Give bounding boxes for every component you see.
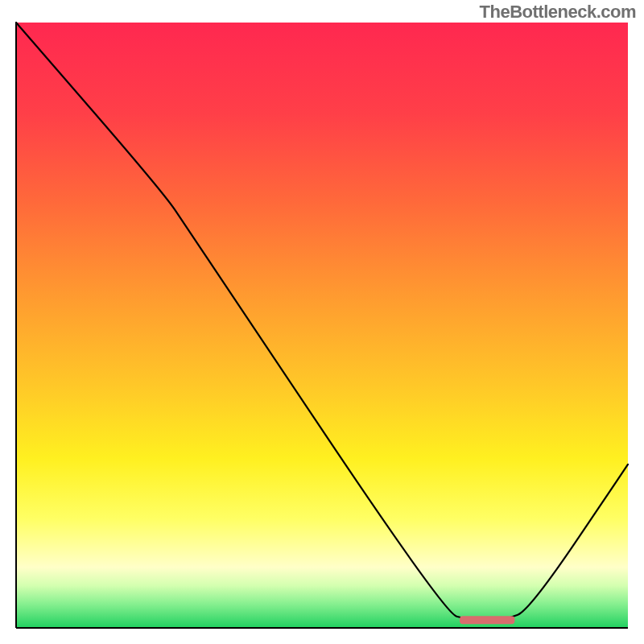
gradient-background bbox=[16, 23, 628, 628]
bottleneck-chart bbox=[0, 0, 644, 644]
watermark-text: TheBottleneck.com bbox=[480, 2, 636, 23]
optimal-marker bbox=[460, 616, 514, 624]
